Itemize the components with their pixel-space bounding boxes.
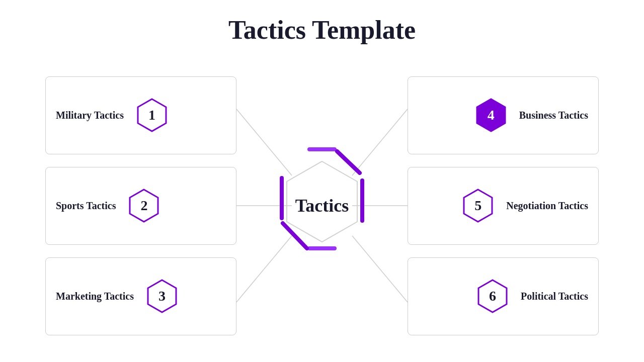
hex-badge-3: 3: [144, 278, 180, 314]
hex-number-5: 5: [474, 198, 481, 214]
card-political-tactics: 6 Political Tactics: [408, 257, 599, 335]
card-marketing-tactics: Marketing Tactics 3: [45, 257, 236, 335]
hex-badge-4: 4: [473, 97, 509, 133]
card-negotiation-tactics: 5 Negotiation Tactics: [408, 167, 599, 245]
card-label-3: Marketing Tactics: [56, 291, 134, 302]
hex-badge-6: 6: [474, 278, 511, 314]
hex-number-2: 2: [140, 198, 147, 214]
card-label-6: Political Tactics: [521, 291, 588, 302]
hex-badge-5: 5: [460, 188, 496, 224]
card-label-2: Sports Tactics: [56, 200, 116, 212]
card-business-tactics: 4 Business Tactics: [408, 76, 599, 154]
center-hexagon: Tactics: [267, 150, 377, 261]
card-label-1: Military Tactics: [56, 110, 124, 121]
card-label-4: Business Tactics: [519, 110, 588, 121]
hex-number-6: 6: [489, 288, 496, 304]
hex-number-4: 4: [488, 107, 495, 123]
hex-badge-1: 1: [134, 97, 170, 133]
hex-badge-2: 2: [126, 188, 162, 224]
diagram-container: Military Tactics 1 Sports Tactics 2 Mark…: [45, 65, 599, 346]
left-cards: Military Tactics 1 Sports Tactics 2 Mark…: [45, 65, 236, 346]
card-label-5: Negotiation Tactics: [506, 200, 588, 212]
center-label: Tactics: [295, 195, 349, 216]
page-title: Tactics Template: [228, 15, 416, 45]
hex-number-3: 3: [158, 288, 166, 304]
card-sports-tactics: Sports Tactics 2: [45, 167, 236, 245]
right-cards: 4 Business Tactics 5 Negotiation Tactics…: [408, 65, 599, 346]
hex-number-1: 1: [148, 107, 155, 123]
card-military-tactics: Military Tactics 1: [45, 76, 236, 154]
